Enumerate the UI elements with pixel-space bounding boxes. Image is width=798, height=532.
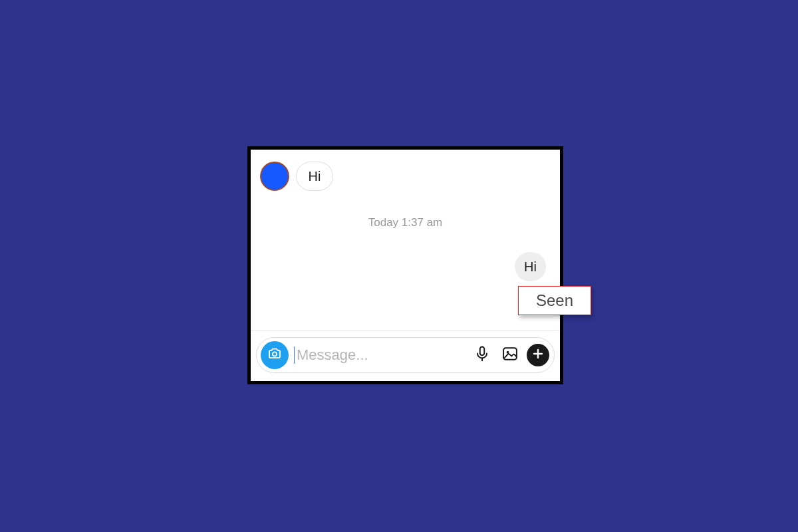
seen-status-text: Seen [536, 291, 573, 310]
outgoing-message-text: Hi [524, 259, 537, 275]
timestamp-label: Today 1:37 am [251, 216, 560, 229]
seen-status-callout: Seen [518, 286, 591, 315]
message-composer: Message... [256, 337, 555, 373]
camera-icon [267, 346, 283, 364]
incoming-message-row: Hi [260, 162, 333, 191]
input-divider [251, 331, 560, 331]
incoming-message-text: Hi [309, 169, 321, 184]
contact-avatar[interactable] [260, 162, 289, 191]
gallery-button[interactable] [499, 344, 521, 366]
svg-rect-1 [480, 347, 485, 356]
incoming-message-bubble[interactable]: Hi [296, 162, 333, 191]
image-icon [501, 344, 519, 366]
svg-point-0 [273, 352, 277, 356]
svg-rect-2 [503, 348, 517, 360]
message-input[interactable]: Message... [294, 346, 466, 364]
message-input-placeholder: Message... [297, 348, 368, 362]
svg-point-3 [507, 351, 509, 354]
microphone-icon [473, 344, 491, 366]
text-cursor [294, 346, 295, 364]
camera-button[interactable] [261, 341, 289, 369]
outgoing-message-bubble[interactable]: Hi [515, 252, 546, 281]
plus-icon [531, 347, 545, 363]
add-button[interactable] [527, 344, 549, 366]
chat-window: Hi Today 1:37 am Hi Message... [247, 146, 563, 384]
voice-button[interactable] [471, 344, 493, 366]
